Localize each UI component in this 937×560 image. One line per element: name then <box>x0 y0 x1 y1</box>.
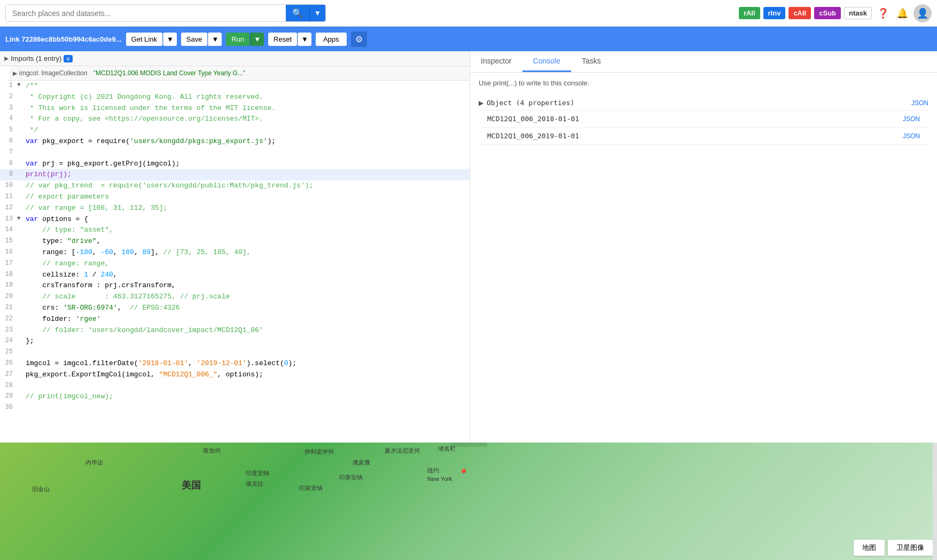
badge-cSub[interactable]: cSub <box>814 7 841 19</box>
imgcol-arrow: ▶ <box>13 70 17 77</box>
save-button[interactable]: Save <box>181 33 208 46</box>
code-line-16: 16 range: [-180, -60, 180, 89], // [73, … <box>0 247 470 258</box>
json-badge-1[interactable]: JSON <box>903 115 920 123</box>
map-label-newyork-cn: 纽约 <box>427 467 439 475</box>
code-line-10: 10 // var pkg_trend = require('users/kon… <box>0 180 470 192</box>
code-line-25: 25 <box>0 347 470 358</box>
map-background: 内华达 斯加州 伊利诺伊州 俄亥俄 夏夕法尼亚州 纽约 New York 旧金山… <box>0 443 937 560</box>
code-line-20: 20 // scale : 463.3127165275, // prj.sca… <box>0 291 470 303</box>
code-line-19: 19 crsTransform : prj.crsTransform, <box>0 280 470 291</box>
top-bar: 🔍 ▼ rAll rInv cAll cSub ntask ❓ 🔔 👤 <box>0 0 937 27</box>
map-label-ohio: 俄亥俄 <box>353 459 370 467</box>
tab-tasks[interactable]: Tasks <box>571 51 612 72</box>
date-row-1[interactable]: MCD12Q1_006_2018-01-01 JSON <box>479 111 928 128</box>
run-button[interactable]: Run <box>226 33 249 46</box>
badge-ntask[interactable]: ntask <box>844 7 872 19</box>
get-link-dropdown[interactable]: ▼ <box>163 33 177 46</box>
map-label-indiana3: 印第安纳 <box>339 474 363 482</box>
json-badge-2[interactable]: JSON <box>903 132 920 140</box>
code-line-3: 3 * This work is licensed under the term… <box>0 103 470 114</box>
code-line-27: 27 pkg_export.ExportImgCol(imgcol, "MCD1… <box>0 369 470 381</box>
imports-label: Imports (1 entry) <box>11 54 61 62</box>
map-label-usa: 美国 <box>182 479 201 492</box>
main-content: ▶ Imports (1 entry) ≡ ▶ imgcol: ImageCol… <box>0 51 937 443</box>
code-line-12: 12 // var range = [106, 31, 112, 35]; <box>0 203 470 214</box>
code-line-1: 1 ▼ /** <box>0 81 470 92</box>
tab-inspector[interactable]: Inspector <box>470 51 522 72</box>
map-label-sf: 旧金山 <box>32 485 50 493</box>
map-label-indiana2: 印度安纳 <box>246 469 269 477</box>
run-dropdown[interactable]: ▼ <box>250 33 264 46</box>
code-line-22: 22 folder: 'rgee' <box>0 314 470 325</box>
object-properties-row[interactable]: ▶ Object (4 properties) JSON <box>479 96 928 111</box>
date-label-2: MCD12Q1_006_2019-01-01 <box>487 132 579 140</box>
map-scrollbar[interactable] <box>933 443 937 560</box>
right-panel: Inspector Console Tasks Use print(...) t… <box>470 51 937 443</box>
map-label-indiana: 印第安纳 <box>299 484 323 492</box>
console-content: Use print(...) to write to this console.… <box>470 73 937 443</box>
resize-handle[interactable] <box>450 443 487 447</box>
get-link-button[interactable]: Get Link <box>126 33 162 46</box>
map-label-illinois: 伊利诺伊州 <box>304 448 334 456</box>
code-line-9: 9 print(prj); <box>0 169 470 180</box>
map-label-okla: 俄克拉 <box>246 480 263 488</box>
editor-panel: ▶ Imports (1 entry) ≡ ▶ imgcol: ImageCol… <box>0 51 470 443</box>
map-view-button[interactable]: 地图 <box>854 540 885 556</box>
code-line-8: 8 var prj = pkg_export.getProj(imgcol); <box>0 159 470 170</box>
object-label: Object (4 properties) <box>487 99 574 107</box>
code-line-4: 4 * For a copy, see <https://opensource.… <box>0 114 470 125</box>
editor-toolbar: Link 72286ec8bb50b994c6ac0de9... Get Lin… <box>0 27 937 51</box>
file-tree: ▶ Imports (1 entry) ≡ <box>0 51 470 66</box>
date-label-1: MCD12Q1_006_2018-01-01 <box>487 115 579 123</box>
code-area[interactable]: 1 ▼ /** 2 * Copyright (c) 2021 Dongdong … <box>0 81 470 443</box>
code-line-21: 21 crs: 'SR-ORG:6974', // EPSG:4326 <box>0 303 470 314</box>
code-line-26: 26 imgcol = imgcol.filterDate('2018-01-0… <box>0 358 470 369</box>
code-line-30: 30 <box>0 403 470 414</box>
date-row-2[interactable]: MCD12Q1_006_2019-01-01 JSON <box>479 128 928 145</box>
map-label-penn: 夏夕法尼亚州 <box>385 447 420 455</box>
imgcol-value: "MCD12Q1.006 MODIS Land Cover Type Yearl… <box>93 69 245 77</box>
code-line-17: 17 // range: range, <box>0 258 470 270</box>
imports-item[interactable]: Imports (1 entry) ≡ <box>11 54 73 62</box>
code-line-28: 28 <box>0 381 470 392</box>
map-label-newyork-en: New York <box>427 476 452 482</box>
avatar[interactable]: 👤 <box>913 4 932 22</box>
code-line-7: 7 <box>0 147 470 159</box>
console-hint: Use print(...) to write to this console. <box>479 79 928 87</box>
settings-button[interactable]: ⚙ <box>351 31 367 47</box>
imgcol-row: ▶ imgcol: ImageCollection "MCD12Q1.006 M… <box>9 66 470 81</box>
map-label-stateCA: 斯加州 <box>203 447 221 455</box>
code-line-11: 11 // export parameters <box>0 192 470 203</box>
code-line-24: 24 }; <box>0 336 470 347</box>
reset-button[interactable]: Reset <box>268 33 297 46</box>
search-dropdown-button[interactable]: ▼ <box>309 5 325 21</box>
tab-console[interactable]: Console <box>522 51 571 72</box>
badge-cAll[interactable]: cAll <box>788 7 811 19</box>
badge-rInv[interactable]: rInv <box>763 7 786 19</box>
notifications-icon[interactable]: 🔔 <box>894 5 910 21</box>
map-marker: 📍 <box>458 468 469 478</box>
search-container: 🔍 ▼ <box>5 4 326 22</box>
reset-dropdown[interactable]: ▼ <box>298 33 311 46</box>
help-icon[interactable]: ❓ <box>875 5 891 21</box>
imports-badge[interactable]: ≡ <box>64 55 72 62</box>
map-label-nevada: 内华达 <box>85 459 103 467</box>
satellite-view-button[interactable]: 卫星图像 <box>888 540 933 556</box>
apps-button[interactable]: Apps <box>316 33 347 46</box>
code-line-29: 29 // print(imgcol_new); <box>0 391 470 403</box>
map-controls: 地图 卫星图像 <box>854 540 933 556</box>
search-button[interactable]: 🔍 <box>286 5 309 21</box>
badge-rAll[interactable]: rAll <box>739 7 760 19</box>
tree-arrow: ▶ <box>4 55 9 62</box>
code-line-15: 15 type: "drive", <box>0 236 470 247</box>
code-line-14: 14 // type: "asset", <box>0 225 470 236</box>
panel-tabs: Inspector Console Tasks <box>470 51 937 73</box>
search-input[interactable] <box>6 5 286 21</box>
code-line-18: 18 cellsize: 1 / 240, <box>0 270 470 281</box>
save-dropdown[interactable]: ▼ <box>208 33 222 46</box>
code-line-5: 5 */ <box>0 125 470 136</box>
top-right-badges: rAll rInv cAll cSub ntask ❓ 🔔 👤 <box>739 4 932 22</box>
map-area[interactable]: 内华达 斯加州 伊利诺伊州 俄亥俄 夏夕法尼亚州 纽约 New York 旧金山… <box>0 443 937 560</box>
json-badge-object[interactable]: JSON <box>911 99 928 107</box>
object-arrow: ▶ <box>479 99 483 107</box>
